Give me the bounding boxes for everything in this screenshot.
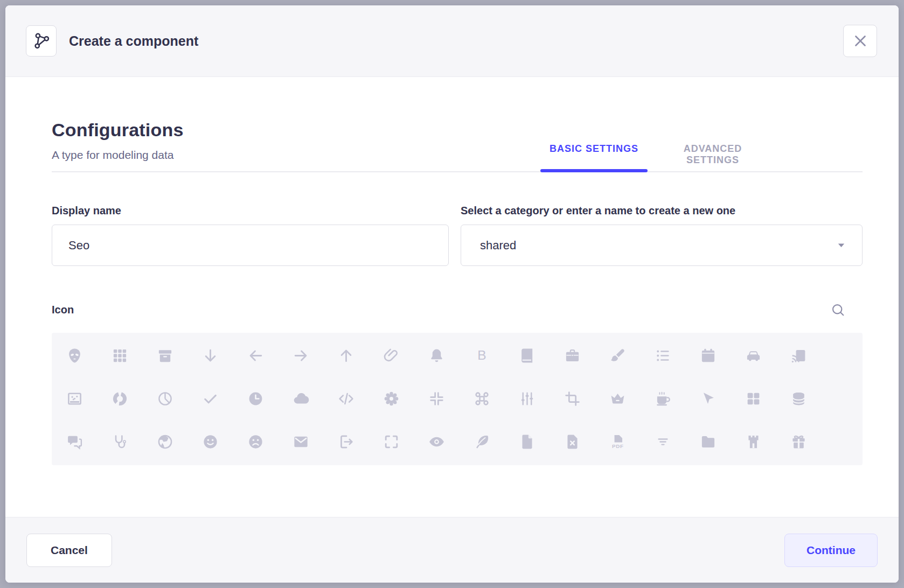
- icon-option-crown[interactable]: [595, 377, 640, 420]
- icon-option-arrow-up[interactable]: [323, 334, 368, 377]
- cursor-icon: [700, 390, 717, 407]
- icon-option-arrow-left[interactable]: [233, 334, 278, 377]
- icon-option-dashboard[interactable]: [731, 377, 776, 420]
- icon-option-expand[interactable]: [368, 420, 414, 463]
- arrow-left-icon: [247, 347, 264, 364]
- icon-option-chart-circle[interactable]: [97, 377, 142, 420]
- active-tab-underline: [540, 169, 648, 172]
- icon-option-sliders[interactable]: [504, 377, 550, 420]
- display-name-field-group: Display name: [52, 205, 449, 266]
- icon-option-gift[interactable]: [776, 420, 821, 463]
- icon-option-cloud[interactable]: [278, 377, 323, 420]
- clock-icon: [247, 390, 264, 407]
- file-pdf-icon: PDF: [609, 433, 626, 450]
- icon-option-check[interactable]: [187, 377, 233, 420]
- icon-grid: BPDF: [52, 333, 863, 465]
- icon-option-folder[interactable]: [685, 420, 731, 463]
- icon-option-crop[interactable]: [550, 377, 595, 420]
- icon-option-bold[interactable]: B: [459, 334, 504, 377]
- icon-option-alien[interactable]: [52, 334, 97, 377]
- icon-picker-header: Icon: [52, 298, 863, 321]
- icon-search-button[interactable]: [826, 298, 850, 321]
- icon-option-discuss[interactable]: [52, 420, 97, 463]
- icon-option-book[interactable]: [504, 334, 550, 377]
- earth-icon: [157, 433, 173, 450]
- icon-option-car[interactable]: [731, 334, 776, 377]
- book-icon: [519, 347, 536, 364]
- icon-option-apps[interactable]: [97, 334, 142, 377]
- arrow-up-icon: [338, 347, 354, 364]
- modal-title: Create a component: [69, 33, 198, 49]
- icon-option-cursor[interactable]: [685, 377, 731, 420]
- icon-option-cog[interactable]: [368, 377, 414, 420]
- icon-option-gate[interactable]: [731, 420, 776, 463]
- collapse-icon: [428, 390, 445, 407]
- close-button[interactable]: [843, 25, 877, 57]
- dashboard-icon: [745, 390, 762, 407]
- icon-option-file-pdf[interactable]: PDF: [595, 420, 640, 463]
- icon-option-clock[interactable]: [233, 377, 278, 420]
- chart-pie-icon: [157, 390, 173, 407]
- section-heading: Configurations A type for modeling data: [52, 120, 184, 162]
- eye-icon: [428, 433, 445, 450]
- icon-option-doctor[interactable]: [97, 420, 142, 463]
- icon-option-arrow-right[interactable]: [278, 334, 323, 377]
- icon-option-bullet-list[interactable]: [640, 334, 685, 377]
- crop-icon: [564, 390, 581, 407]
- icon-option-file[interactable]: [504, 420, 550, 463]
- discuss-icon: [66, 433, 83, 450]
- display-name-input[interactable]: [52, 225, 449, 266]
- category-select[interactable]: shared: [461, 225, 863, 266]
- section-title: Configurations: [52, 120, 184, 141]
- chart-bubble-icon: [66, 390, 83, 407]
- icon-option-bell[interactable]: [414, 334, 459, 377]
- icon-option-calendar[interactable]: [685, 334, 731, 377]
- icon-option-envelope[interactable]: [278, 420, 323, 463]
- icon-option-filter[interactable]: [640, 420, 685, 463]
- bell-icon: [428, 347, 445, 364]
- code-icon: [338, 390, 354, 407]
- continue-button[interactable]: Continue: [784, 534, 878, 567]
- icon-option-collapse[interactable]: [414, 377, 459, 420]
- icon-option-code[interactable]: [323, 377, 368, 420]
- icon-option-command[interactable]: [459, 377, 504, 420]
- icon-option-file-error[interactable]: [550, 420, 595, 463]
- cancel-button[interactable]: Cancel: [26, 534, 112, 567]
- icon-option-cast[interactable]: [776, 334, 821, 377]
- alien-icon: [66, 347, 83, 364]
- icon-option-cup[interactable]: [640, 377, 685, 420]
- icon-label: Icon: [52, 304, 74, 316]
- display-name-label: Display name: [52, 205, 449, 217]
- icon-option-archive[interactable]: [142, 334, 187, 377]
- icon-option-briefcase[interactable]: [550, 334, 595, 377]
- brush-icon: [609, 347, 626, 364]
- icon-option-chart-bubble[interactable]: [52, 377, 97, 420]
- icon-option-exit[interactable]: [323, 420, 368, 463]
- check-icon: [202, 390, 219, 407]
- car-icon: [745, 347, 762, 364]
- filter-icon: [655, 433, 671, 450]
- icon-option-emotion-happy[interactable]: [187, 420, 233, 463]
- calendar-icon: [700, 347, 717, 364]
- icon-option-eye[interactable]: [414, 420, 459, 463]
- category-selected-value: shared: [480, 239, 516, 253]
- icon-option-brush[interactable]: [595, 334, 640, 377]
- icon-option-feather[interactable]: [459, 420, 504, 463]
- archive-icon: [157, 347, 173, 364]
- search-icon: [830, 302, 846, 318]
- tab-basic-settings[interactable]: BASIC SETTINGS: [540, 143, 648, 155]
- cloud-icon: [293, 390, 309, 407]
- exit-icon: [338, 433, 354, 450]
- icon-option-emotion-unhappy[interactable]: [233, 420, 278, 463]
- icon-option-earth[interactable]: [142, 420, 187, 463]
- icon-option-attachment[interactable]: [368, 334, 414, 377]
- crown-icon: [609, 390, 626, 407]
- tab-advanced-settings[interactable]: ADVANCED SETTINGS: [658, 143, 767, 166]
- icon-option-arrow-down[interactable]: [187, 334, 233, 377]
- attachment-icon: [383, 347, 400, 364]
- icon-option-chart-pie[interactable]: [142, 377, 187, 420]
- briefcase-icon: [564, 347, 581, 364]
- arrow-down-icon: [202, 347, 219, 364]
- section-subtitle: A type for modeling data: [52, 149, 184, 162]
- icon-option-database[interactable]: [776, 377, 821, 420]
